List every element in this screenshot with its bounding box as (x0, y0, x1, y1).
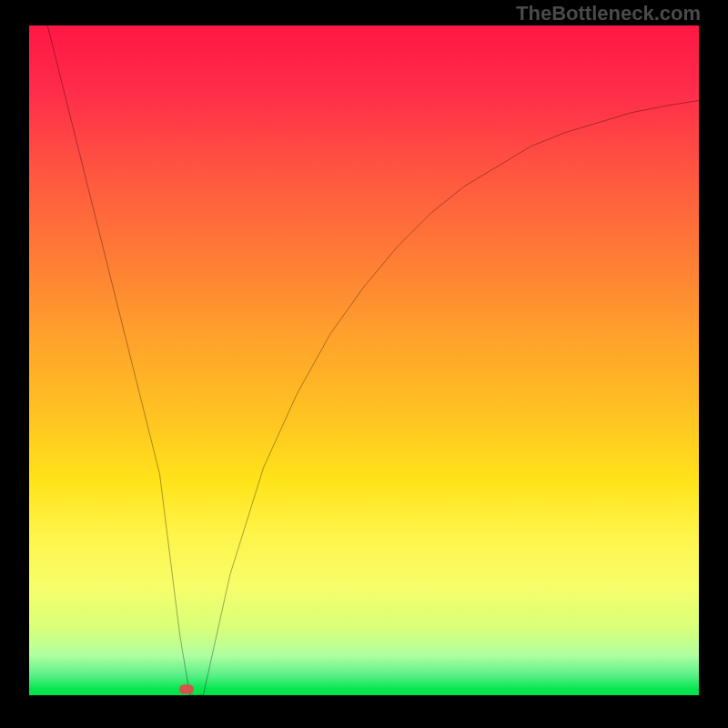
chart-svg (29, 25, 699, 695)
chart-frame: TheBottleneck.com (0, 0, 728, 728)
chart-marker (179, 684, 194, 693)
chart-curve (46, 25, 699, 695)
watermark-text: TheBottleneck.com (516, 2, 701, 25)
